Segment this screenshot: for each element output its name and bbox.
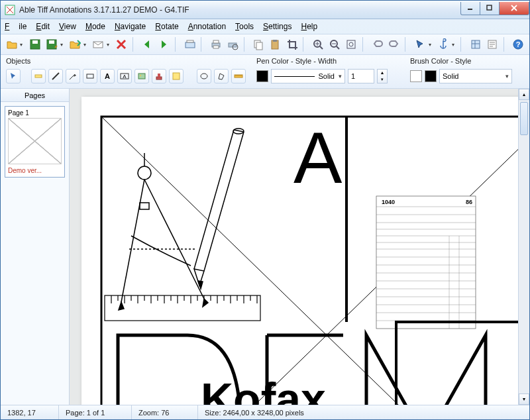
- help-button[interactable]: ?: [511, 37, 525, 52]
- zoom-out-button[interactable]: [327, 37, 341, 52]
- save-dropdown[interactable]: ▾: [60, 42, 66, 48]
- menu-tools[interactable]: Tools: [235, 22, 254, 31]
- svg-text:1040: 1040: [382, 199, 395, 205]
- svg-rect-21: [347, 40, 355, 48]
- scroll-up-button[interactable]: ▴: [519, 89, 529, 100]
- arrow-tool[interactable]: [66, 69, 80, 83]
- vertical-scrollbar[interactable]: ▴ ▾: [518, 89, 529, 405]
- menu-mode[interactable]: Mode: [85, 22, 105, 31]
- demo-watermark-label: Demo ver...: [8, 167, 62, 174]
- minimize-button[interactable]: [460, 2, 480, 15]
- export-dropdown[interactable]: ▾: [83, 42, 89, 48]
- anchor-tool[interactable]: [436, 37, 450, 52]
- menu-rotate[interactable]: Rotate: [155, 22, 178, 31]
- objects-panel: Objects A A: [1, 55, 251, 88]
- scroll-thumb[interactable]: [520, 102, 528, 135]
- note-tool[interactable]: [169, 69, 184, 83]
- menubar: File Edit View Mode Navigate Rotate Anno…: [1, 19, 529, 34]
- statusbar: 1382, 17 Page: 1 of 1 Zoom: 76 Size: 246…: [1, 405, 529, 419]
- paste-button[interactable]: [268, 37, 282, 52]
- scan-button[interactable]: [183, 37, 197, 52]
- pointer-dropdown[interactable]: ▾: [429, 42, 434, 48]
- brush-panel: Brush Color - Style Solid ▾: [405, 55, 529, 88]
- menu-file[interactable]: File: [5, 22, 26, 31]
- open-dropdown[interactable]: ▾: [20, 42, 25, 48]
- pen-style-combo[interactable]: Solid ▾: [271, 69, 345, 83]
- svg-rect-36: [156, 77, 162, 79]
- work-area: Pages Page 1 Demo ver...: [1, 89, 529, 405]
- chevron-down-icon: ▾: [505, 73, 509, 79]
- open-button[interactable]: [5, 37, 19, 52]
- brush-style-combo[interactable]: Solid ▾: [439, 69, 512, 83]
- thumb-image: [8, 118, 62, 164]
- close-button[interactable]: [499, 2, 529, 15]
- next-button[interactable]: [157, 37, 171, 52]
- svg-rect-27: [35, 75, 42, 78]
- print-preview-button[interactable]: [225, 37, 239, 52]
- export-button[interactable]: [68, 37, 81, 52]
- svg-point-39: [201, 74, 207, 79]
- svg-rect-16: [256, 42, 262, 50]
- menu-annotation[interactable]: Annotation: [188, 22, 226, 31]
- menu-navigate[interactable]: Navigate: [115, 22, 146, 31]
- brush-color-swatch[interactable]: [425, 70, 437, 82]
- copy-button[interactable]: [251, 37, 265, 52]
- delete-button[interactable]: [114, 37, 128, 52]
- titlebar: Able Tiff Annotations 3.17.11.27 DEMO - …: [1, 1, 529, 19]
- page-thumbnail[interactable]: Page 1 Demo ver...: [5, 106, 65, 178]
- svg-rect-12: [213, 46, 219, 48]
- line-tool[interactable]: [48, 69, 63, 83]
- chevron-down-icon: ▾: [339, 73, 342, 79]
- window-buttons: [461, 2, 529, 15]
- app-icon: [5, 5, 15, 15]
- maximize-button[interactable]: [480, 2, 500, 15]
- ellipse-tool[interactable]: [197, 69, 211, 83]
- text-tool[interactable]: A: [100, 69, 115, 83]
- status-coords: 1382, 17: [1, 405, 59, 419]
- menu-edit[interactable]: Edit: [36, 22, 50, 31]
- main-toolbar: ▾ ▾ ▾ ▾ ▾ ▾ ?: [1, 34, 529, 55]
- scroll-down-button[interactable]: ▾: [519, 394, 529, 405]
- menu-help[interactable]: Help: [301, 22, 317, 31]
- mail-button[interactable]: [91, 37, 105, 52]
- pen-width-field[interactable]: 1: [348, 69, 374, 83]
- properties-button[interactable]: [485, 37, 499, 52]
- thumb-label: Page 1: [8, 109, 62, 117]
- pen-label: Pen Color - Style - Width: [256, 57, 399, 65]
- big-letter: A: [293, 117, 343, 198]
- svg-text:86: 86: [466, 199, 472, 205]
- layers-button[interactable]: [468, 37, 482, 52]
- redo-button[interactable]: [387, 37, 401, 52]
- pen-panel: Pen Color - Style - Width Solid ▾ 1 ▲▾: [251, 55, 405, 88]
- crop-button[interactable]: [285, 37, 299, 52]
- polygon-tool[interactable]: [214, 69, 229, 83]
- zoom-in-button[interactable]: [311, 37, 325, 52]
- select-tool[interactable]: [6, 69, 21, 83]
- pen-width-spinner[interactable]: ▲▾: [377, 69, 388, 83]
- pen-color-swatch[interactable]: [256, 70, 268, 82]
- print-button[interactable]: [209, 37, 223, 52]
- ruler-tool[interactable]: [231, 69, 246, 83]
- rect-tool[interactable]: [83, 69, 97, 83]
- pointer-tool[interactable]: [413, 37, 427, 52]
- undo-button[interactable]: [370, 37, 384, 52]
- text-box-tool[interactable]: A: [117, 69, 132, 83]
- menu-view[interactable]: View: [59, 22, 76, 31]
- brush-bg-swatch[interactable]: [410, 70, 422, 82]
- status-page: Page: 1 of 1: [59, 405, 132, 419]
- svg-rect-9: [187, 40, 193, 42]
- stamp-tool[interactable]: [152, 69, 166, 83]
- menu-settings[interactable]: Settings: [263, 22, 292, 31]
- highlight-tool[interactable]: [31, 69, 46, 83]
- svg-text:?: ?: [516, 40, 521, 48]
- canvas[interactable]: A: [70, 89, 529, 405]
- save-as-button[interactable]: [44, 37, 58, 52]
- prev-button[interactable]: [140, 37, 154, 52]
- save-button[interactable]: [28, 37, 42, 52]
- image-tool[interactable]: [134, 69, 149, 83]
- mail-dropdown[interactable]: ▾: [107, 42, 112, 48]
- zoom-fit-button[interactable]: [344, 37, 358, 52]
- window-title: Able Tiff Annotations 3.17.11.27 DEMO - …: [19, 5, 461, 15]
- anchor-dropdown[interactable]: ▾: [452, 42, 457, 48]
- pages-panel: Pages Page 1 Demo ver...: [1, 89, 70, 405]
